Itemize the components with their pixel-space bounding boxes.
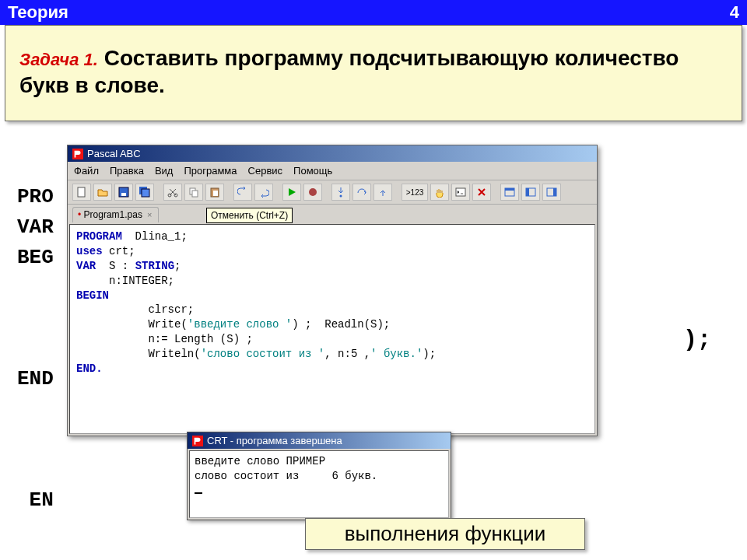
task-text: Составить программу подсчитывающую колич… <box>19 46 679 97</box>
panel-right-icon <box>546 187 557 198</box>
step-out-icon <box>377 187 388 198</box>
file-icon <box>76 187 87 198</box>
terminal-icon <box>455 187 466 198</box>
saveall-button[interactable] <box>135 184 154 201</box>
redo-icon <box>258 187 269 198</box>
menu-file[interactable]: Файл <box>74 165 99 177</box>
task-box: Задача 1. Составить программу подсчитыва… <box>5 25 742 121</box>
play-icon <box>287 187 296 197</box>
undo-icon <box>237 187 248 198</box>
copy-button[interactable] <box>184 184 203 201</box>
svg-rect-11 <box>213 191 218 196</box>
toolbar: >123 <box>68 180 597 205</box>
close-button[interactable] <box>472 184 491 201</box>
svg-rect-5 <box>142 189 149 197</box>
svg-rect-1 <box>78 187 85 197</box>
hand-icon <box>434 187 445 198</box>
code-editor[interactable]: PROGRAM Dlina_1; uses crt; VAR S : STRIN… <box>69 224 595 434</box>
paste-icon <box>209 187 220 198</box>
svg-rect-14 <box>456 188 465 196</box>
undo-tooltip: Отменить (Ctrl+Z) <box>206 208 293 223</box>
svg-point-13 <box>340 195 342 198</box>
ide-titlebar: Pascal ABC <box>68 145 597 162</box>
save-button[interactable] <box>114 184 133 201</box>
close-icon <box>477 187 486 197</box>
background-code: PRO VAR BEG END EN <box>17 182 54 516</box>
task-label: Задача 1. <box>19 50 98 69</box>
scissors-icon <box>167 187 178 198</box>
svg-rect-16 <box>505 188 514 191</box>
folder-open-icon <box>97 187 108 198</box>
menu-program[interactable]: Программа <box>184 165 237 177</box>
stop-icon <box>308 187 317 197</box>
step-over-icon <box>356 187 367 198</box>
pascal-icon <box>72 149 83 159</box>
save-icon <box>118 187 129 198</box>
svg-point-12 <box>309 188 317 196</box>
crt-titlebar: CRT - программа завершена <box>188 432 451 449</box>
undo-button[interactable] <box>233 184 252 201</box>
copy-icon <box>188 187 199 198</box>
stepout-button[interactable] <box>374 184 392 201</box>
svg-rect-20 <box>553 188 556 196</box>
stepover-button[interactable] <box>352 184 371 201</box>
topbar-page: 4 <box>730 2 739 23</box>
topbar-title: Теория <box>8 2 68 23</box>
paren-semi: ); <box>683 327 711 353</box>
tab-program1[interactable]: • Program1.pas × <box>72 207 159 222</box>
ide-title-text: Pascal ABC <box>87 148 141 159</box>
panel-left-icon <box>525 187 536 198</box>
func-text: выполнения функции <box>345 522 545 545</box>
watch-button[interactable]: >123 <box>402 184 428 201</box>
crt-window: CRT - программа завершена введите слово … <box>187 432 451 520</box>
tab-close-icon[interactable]: × <box>147 210 152 219</box>
stop-button[interactable] <box>303 184 322 201</box>
crt-output: введите слово ПРИМЕР слово состоит из 6 … <box>189 450 449 518</box>
menubar: Файл Правка Вид Программа Сервис Помощь <box>68 162 597 180</box>
cut-button[interactable] <box>163 184 182 201</box>
panel3-button[interactable] <box>542 184 561 201</box>
paste-button[interactable] <box>205 184 224 201</box>
topbar: Теория 4 <box>0 0 747 25</box>
panel-icon <box>504 187 515 198</box>
redo-button[interactable] <box>254 184 273 201</box>
tab-label: Program1.pas <box>84 209 142 220</box>
func-box: выполнения функции <box>305 518 585 550</box>
pascal-icon <box>192 436 203 446</box>
ide-window: Pascal ABC Файл Правка Вид Программа Сер… <box>67 145 598 436</box>
panel1-button[interactable] <box>500 184 519 201</box>
new-button[interactable] <box>72 184 91 201</box>
save-all-icon <box>139 187 150 198</box>
step-into-icon <box>335 187 346 198</box>
watch-label: >123 <box>406 188 424 197</box>
svg-rect-9 <box>192 191 198 197</box>
svg-rect-3 <box>121 193 126 196</box>
tabbar: • Program1.pas × Отменить (Ctrl+Z) <box>68 205 597 222</box>
svg-rect-18 <box>526 188 529 196</box>
menu-view[interactable]: Вид <box>155 165 174 177</box>
menu-edit[interactable]: Правка <box>110 165 144 177</box>
run-button[interactable] <box>282 184 301 201</box>
break-button[interactable] <box>430 184 449 201</box>
open-button[interactable] <box>93 184 112 201</box>
stepinto-button[interactable] <box>331 184 350 201</box>
crt-title-text: CRT - программа завершена <box>207 435 342 446</box>
panel2-button[interactable] <box>521 184 540 201</box>
menu-service[interactable]: Сервис <box>248 165 283 177</box>
console-button[interactable] <box>451 184 470 201</box>
menu-help[interactable]: Помощь <box>293 165 332 177</box>
